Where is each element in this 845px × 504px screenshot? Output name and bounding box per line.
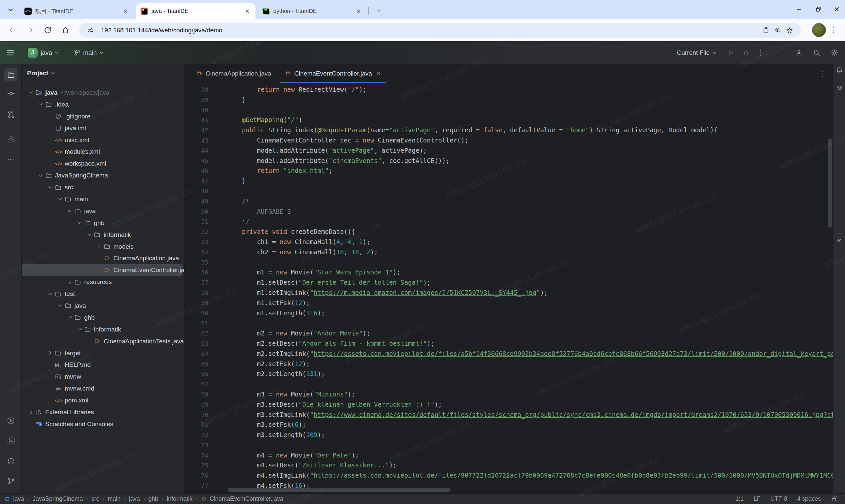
browser-menu-icon[interactable]: ⋮ <box>827 23 840 37</box>
tree-item-mvnw[interactable]: mvnw <box>22 371 184 383</box>
tree-item-misc.xml[interactable]: </>misc.xml <box>22 134 184 146</box>
browser-tab-project[interactable]: <t> 项目 - TitanIDE ✕ <box>20 3 134 19</box>
project-tool-icon[interactable] <box>4 68 17 82</box>
chevron-right-icon[interactable] <box>66 279 74 286</box>
bookmark-star-icon[interactable] <box>784 24 795 36</box>
structure-tool-icon[interactable] <box>4 132 17 145</box>
chevron-right-icon[interactable] <box>96 243 104 250</box>
tree-item-.gitignore[interactable]: .gitignore <box>22 110 184 122</box>
code-line-75[interactable]: 75 m4.setDesc("Zeitloser Klassiker..."); <box>184 460 833 470</box>
tree-item-cinemaapplication.java[interactable]: CinemaApplication.java <box>22 252 184 264</box>
chevron-down-icon[interactable] <box>37 172 45 179</box>
code-line-66[interactable]: 66 m2.setLength(131); <box>184 369 833 379</box>
editor-vertical-scrollbar[interactable] <box>828 139 832 228</box>
breadcrumb-item[interactable]: CinemaEventController.java <box>210 496 283 502</box>
browser-profile-avatar[interactable] <box>812 23 826 37</box>
code-line-43[interactable]: 43 CinemaEventController cec = new Cinem… <box>184 135 833 145</box>
chevron-right-icon[interactable] <box>47 349 55 357</box>
chevron-down-icon[interactable] <box>57 302 65 309</box>
tree-item-java[interactable]: java <box>22 300 184 312</box>
breadcrumb-item[interactable]: ghb <box>148 496 158 502</box>
project-avatar[interactable]: J <box>28 48 38 58</box>
tree-item-resources[interactable]: resources <box>22 276 184 288</box>
chevron-down-icon[interactable] <box>66 314 74 321</box>
tree-item-scratches-and-consoles[interactable]: Scratches and Consoles <box>22 418 184 430</box>
back-icon[interactable] <box>6 23 19 37</box>
code-area[interactable]: 38 return new RedirectView("/");39 }4041… <box>184 83 833 493</box>
site-info-icon[interactable] <box>85 24 96 36</box>
breadcrumb-item[interactable]: JavaSpringCinema <box>33 496 83 502</box>
code-line-38[interactable]: 38 return new RedirectView("/"); <box>184 85 833 95</box>
code-line-54[interactable]: 54 ch2 = new CinemaHall(18, 18, 2); <box>184 247 833 257</box>
window-restore-button[interactable] <box>811 3 826 16</box>
tree-item-java.iml[interactable]: java.iml <box>22 122 184 134</box>
code-line-74[interactable]: 74 m4 = new Movie("Der Pate"); <box>184 450 833 461</box>
code-line-48[interactable]: 48 <box>184 186 833 196</box>
chevron-down-icon[interactable] <box>76 219 84 226</box>
breadcrumb-item[interactable]: java <box>13 496 24 502</box>
tree-item-src[interactable]: src <box>22 181 184 193</box>
code-line-51[interactable]: 51 */ <box>184 216 833 227</box>
notifications-bell-icon[interactable] <box>834 65 845 75</box>
tree-item-informatik[interactable]: informatik <box>22 229 184 241</box>
version-control-tool-icon[interactable] <box>4 474 17 487</box>
chevron-right-icon[interactable] <box>28 409 35 416</box>
new-tab-button[interactable]: + <box>374 6 384 16</box>
breadcrumb-item[interactable]: src <box>91 496 99 502</box>
tree-item-help.md[interactable]: M↓HELP.md <box>22 359 184 371</box>
code-line-71[interactable]: 71 m3.setFsk(6); <box>184 419 833 430</box>
line-separator[interactable]: LF <box>754 496 760 502</box>
code-line-49[interactable]: 49 /* <box>184 196 833 206</box>
browser-tab-java[interactable]: java - TitanIDE ✕ <box>136 3 256 19</box>
run-icon[interactable] <box>727 49 735 56</box>
code-line-76[interactable]: 76 m4.setImgLink("https://assets.cdn.mov… <box>184 470 833 481</box>
tree-item-mvnw.cmd[interactable]: mvnw.cmd <box>22 383 184 395</box>
tree-item-models[interactable]: models <box>22 241 184 253</box>
tab-close-icon[interactable]: ✕ <box>244 7 251 15</box>
chevron-down-icon[interactable] <box>86 231 94 238</box>
code-line-50[interactable]: 50 AUFGABE 3 <box>184 206 833 217</box>
debug-icon[interactable] <box>742 49 750 56</box>
editor-horizontal-scrollbar[interactable] <box>228 488 451 492</box>
code-line-62[interactable]: 62 m2 = new Movie("Andor Movie"); <box>184 328 833 338</box>
tree-item-main[interactable]: main <box>22 193 184 205</box>
tree-item-cinemaeventcontroller.java[interactable]: CinemaEventController.java <box>22 264 183 276</box>
terminal-tool-icon[interactable] <box>4 434 17 447</box>
chevron-down-icon[interactable] <box>66 208 74 214</box>
code-line-40[interactable]: 40 <box>184 105 833 115</box>
editor-tab-cinemaapplication[interactable]: CinemaApplication.java <box>191 64 277 83</box>
tree-item-java[interactable]: java <box>22 205 184 217</box>
zoom-icon[interactable] <box>772 24 784 36</box>
code-line-73[interactable]: 73 <box>184 440 833 450</box>
code-line-56[interactable]: 56 m1 = new Movie("Star Wars Episode 1")… <box>184 267 833 277</box>
unlock-icon[interactable] <box>831 496 838 502</box>
browser-tab-python[interactable]: python - TitanIDE ✕ <box>258 3 367 19</box>
forward-icon[interactable] <box>23 23 36 37</box>
tab-close-icon[interactable]: ✕ <box>355 7 362 15</box>
collapse-panel-button[interactable]: « <box>834 234 844 247</box>
tree-item-target[interactable]: target <box>22 347 184 359</box>
code-line-46[interactable]: 46 return "index.html"; <box>184 166 833 176</box>
code-line-52[interactable]: 52 private void createDemoData(){ <box>184 227 833 237</box>
editor-tab-options-icon[interactable]: ⋮ <box>818 69 828 79</box>
tab-search-icon[interactable] <box>6 5 15 15</box>
chevron-down-icon[interactable] <box>57 196 65 202</box>
close-tab-icon[interactable]: ✕ <box>376 70 381 77</box>
tree-item-ghb[interactable]: ghb <box>22 217 184 229</box>
file-encoding[interactable]: UTF-8 <box>770 496 787 502</box>
code-line-59[interactable]: 59 m1.setFsk(12); <box>184 298 833 308</box>
address-bar[interactable]: 192.168.101.144/ide/web/coding/java/demo <box>79 23 801 38</box>
tab-close-icon[interactable]: ✕ <box>122 7 129 15</box>
tree-item-informatik[interactable]: informatik <box>22 324 184 336</box>
code-line-42[interactable]: 42 public String index(@RequestParam(nam… <box>184 125 833 135</box>
code-line-61[interactable]: 61 <box>184 318 833 328</box>
code-line-55[interactable]: 55 <box>184 257 833 268</box>
caret-position[interactable]: 1:1 <box>735 496 744 502</box>
tree-item-.idea[interactable]: .idea <box>22 98 184 110</box>
code-line-60[interactable]: 60 m1.setLength(116); <box>184 308 833 318</box>
commit-tool-icon[interactable] <box>4 87 17 100</box>
tree-item-pom.xml[interactable]: </>pom.xml <box>22 395 184 407</box>
code-line-58[interactable]: 58 m1.setImgLink("https://m.media-amazon… <box>184 288 833 298</box>
tree-item-java[interactable]: java~/workspace/java <box>22 87 184 98</box>
code-line-69[interactable]: 69 m3.setDesc("Die kleinen gelben Verrüc… <box>184 399 833 410</box>
